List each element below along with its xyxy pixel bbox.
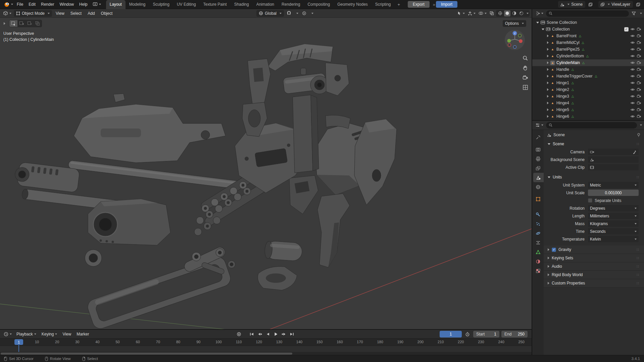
tab-object[interactable] (532, 194, 544, 204)
outliner-search[interactable] (546, 10, 629, 17)
workspace-tab[interactable]: Shading (231, 0, 253, 9)
proportional-editing-toggle[interactable] (301, 10, 307, 17)
expand-icon[interactable] (547, 88, 549, 91)
outliner-object-row[interactable]: ▲ Handle △ (532, 66, 644, 73)
options-dropdown[interactable]: Options (503, 20, 526, 27)
hide-viewport-eye-icon[interactable] (630, 94, 635, 99)
workspace-tab[interactable]: Geometry Nodes (334, 0, 371, 9)
mass-select[interactable]: Kilograms (588, 220, 639, 227)
expand-icon[interactable] (547, 35, 549, 37)
select-mode-new-icon[interactable] (9, 20, 17, 27)
panel-drag-handle[interactable]: ∷ (637, 256, 639, 260)
shading-solid-button[interactable] (504, 10, 510, 16)
panel-drag-handle[interactable]: ∷ (637, 273, 639, 277)
menu-object[interactable]: Object (99, 10, 115, 17)
tab-world[interactable] (532, 182, 544, 192)
hide-viewport-eye-icon[interactable] (630, 81, 635, 85)
outliner-object-row[interactable]: ▲ Hinge5 △ (532, 106, 644, 113)
gravity-checkbox[interactable] (552, 248, 556, 252)
workspace-tab[interactable]: Scripting (371, 0, 395, 9)
snap-magnet-toggle[interactable] (286, 10, 292, 17)
expand-icon[interactable] (547, 108, 549, 111)
unit-system-select[interactable]: Metric (588, 182, 639, 188)
collection-row[interactable]: Collection (532, 26, 644, 33)
timeline-channel-area[interactable] (0, 346, 532, 352)
time-select[interactable]: Seconds (588, 228, 639, 235)
temperature-select[interactable]: Kelvin (588, 236, 639, 242)
screen-layout-icon-button[interactable] (92, 1, 102, 8)
outliner-header-dropdown[interactable] (640, 13, 642, 14)
unit-scale-field[interactable]: 0.001000 (588, 190, 639, 196)
export-button[interactable]: Export (408, 1, 430, 8)
hide-viewport-eye-icon[interactable] (630, 40, 635, 45)
tab-physics[interactable] (532, 228, 544, 238)
jump-to-start-button[interactable] (248, 331, 255, 338)
disable-render-camera-icon[interactable] (637, 87, 641, 92)
toggle-orthographic-icon[interactable] (523, 85, 528, 90)
outliner-object-row[interactable]: ▲ BarrelPipe25 △ (532, 46, 644, 53)
navigation-gizmo[interactable]: Z (505, 30, 525, 50)
hide-viewport-eye-icon[interactable] (630, 107, 635, 112)
snap-settings-dropdown[interactable] (294, 10, 299, 17)
editor-type-button[interactable] (2, 10, 12, 17)
disable-render-camera-icon[interactable] (637, 101, 641, 105)
select-mode-intersect-icon[interactable] (34, 20, 42, 27)
jump-to-end-button[interactable] (288, 331, 296, 338)
previous-keyframe-button[interactable] (256, 331, 263, 338)
rotation-select[interactable]: Degrees (588, 205, 639, 211)
expand-icon[interactable] (547, 41, 549, 44)
tab-object-data[interactable] (532, 247, 544, 257)
properties-editor-type-button[interactable] (534, 122, 544, 128)
panel-drag-handle[interactable]: ∷ (637, 248, 639, 252)
tab-texture[interactable] (532, 266, 544, 275)
panel-keying-sets[interactable]: Keying Sets ∷ (544, 254, 644, 262)
length-select[interactable]: Millimeters (588, 213, 639, 219)
outliner-search-input[interactable] (554, 11, 626, 16)
menu-edit[interactable]: Edit (26, 1, 38, 8)
menu-add[interactable]: Add (85, 10, 97, 17)
properties-search[interactable] (546, 122, 637, 128)
timeline-scrollbar-thumb[interactable] (1, 353, 292, 355)
hide-viewport-eye-icon[interactable] (630, 87, 635, 92)
panel-rigid-body-world[interactable]: Rigid Body World ∷ (544, 271, 644, 279)
outliner-object-row[interactable]: ▲ Hinge4 △ (532, 100, 644, 106)
shading-wireframe-button[interactable] (497, 10, 503, 16)
tab-scene[interactable] (533, 173, 544, 182)
timeline-editor-type-button[interactable] (3, 331, 13, 338)
pan-hand-icon[interactable] (523, 65, 528, 71)
playhead[interactable]: 1 (14, 339, 23, 345)
menu-window[interactable]: Window (57, 1, 77, 8)
expand-icon[interactable] (547, 75, 549, 77)
tab-view-layer[interactable] (532, 163, 544, 173)
3d-viewport-canvas[interactable]: Options User Perspective (1) Collection … (0, 18, 532, 329)
eyedropper-icon[interactable] (633, 150, 637, 154)
disable-render-camera-icon[interactable] (637, 40, 641, 45)
zoom-icon[interactable] (523, 55, 528, 61)
menu-view[interactable]: View (53, 10, 67, 17)
transform-orientation-select[interactable]: Global (256, 10, 284, 17)
workspace-tab[interactable]: Modeling (126, 0, 149, 9)
background-scene-field[interactable] (588, 156, 639, 163)
disable-render-camera-icon[interactable] (637, 107, 641, 112)
outliner-object-row[interactable]: ▲ BarrelFront △ (532, 33, 644, 39)
panel-drag-handle[interactable]: ∷ (637, 281, 639, 286)
timeline-scrollbar[interactable] (0, 352, 532, 355)
preview-range-clock-icon[interactable] (464, 331, 471, 338)
add-workspace-button[interactable]: + (395, 2, 403, 7)
panel-scene-header[interactable]: Scene ∷ (544, 140, 644, 148)
play-reverse-button[interactable] (264, 331, 271, 338)
select-mode-subtract-icon[interactable] (26, 20, 34, 27)
collapse-icon[interactable] (536, 22, 539, 23)
new-view-layer-button[interactable] (635, 1, 641, 8)
menu-marker[interactable]: Marker (74, 331, 91, 338)
disable-render-camera-icon[interactable] (637, 34, 641, 38)
panel-drag-handle[interactable]: ∷ (637, 264, 639, 269)
panel-audio[interactable]: Audio ∷ (544, 262, 644, 271)
scene-selector[interactable]: Scene (558, 1, 585, 8)
scene-collection-row[interactable]: Scene Collection (532, 19, 644, 26)
pin-icon[interactable] (637, 133, 641, 137)
expand-icon[interactable] (547, 102, 549, 104)
expand-icon[interactable] (547, 68, 549, 71)
mode-select[interactable]: Object Mode (14, 10, 52, 17)
outliner-editor-type-button[interactable] (534, 10, 544, 17)
